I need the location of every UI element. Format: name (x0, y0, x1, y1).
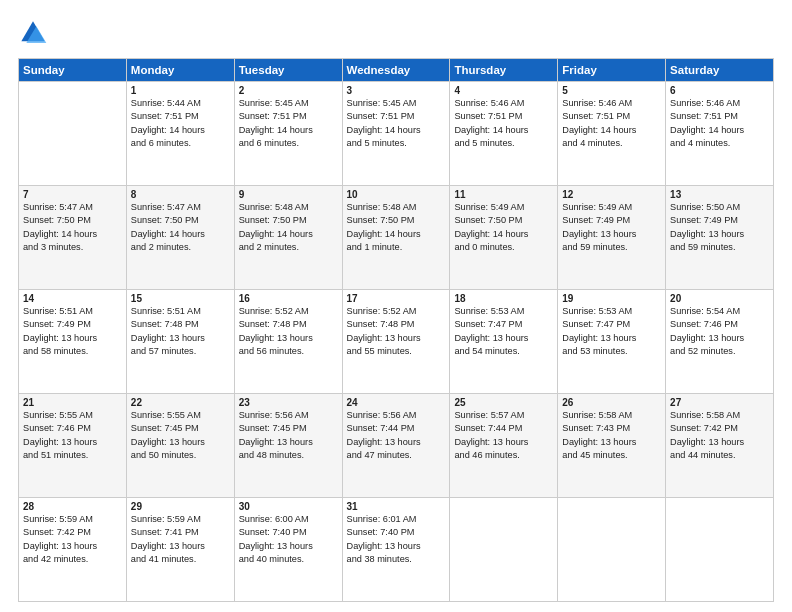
calendar-cell: 20Sunrise: 5:54 AMSunset: 7:46 PMDayligh… (666, 290, 774, 394)
day-number: 9 (239, 189, 338, 200)
calendar-cell: 5Sunrise: 5:46 AMSunset: 7:51 PMDaylight… (558, 82, 666, 186)
calendar-header-tuesday: Tuesday (234, 59, 342, 82)
day-info: Sunrise: 5:50 AMSunset: 7:49 PMDaylight:… (670, 201, 769, 254)
day-number: 27 (670, 397, 769, 408)
calendar-cell: 19Sunrise: 5:53 AMSunset: 7:47 PMDayligh… (558, 290, 666, 394)
calendar-header-sunday: Sunday (19, 59, 127, 82)
day-info: Sunrise: 5:58 AMSunset: 7:42 PMDaylight:… (670, 409, 769, 462)
calendar-header-friday: Friday (558, 59, 666, 82)
day-info: Sunrise: 5:58 AMSunset: 7:43 PMDaylight:… (562, 409, 661, 462)
calendar-week-row: 21Sunrise: 5:55 AMSunset: 7:46 PMDayligh… (19, 394, 774, 498)
day-number: 22 (131, 397, 230, 408)
logo-icon (18, 18, 48, 48)
day-number: 6 (670, 85, 769, 96)
day-number: 4 (454, 85, 553, 96)
calendar-header-thursday: Thursday (450, 59, 558, 82)
calendar-cell: 4Sunrise: 5:46 AMSunset: 7:51 PMDaylight… (450, 82, 558, 186)
calendar-week-row: 28Sunrise: 5:59 AMSunset: 7:42 PMDayligh… (19, 498, 774, 602)
calendar-cell: 18Sunrise: 5:53 AMSunset: 7:47 PMDayligh… (450, 290, 558, 394)
day-info: Sunrise: 5:55 AMSunset: 7:46 PMDaylight:… (23, 409, 122, 462)
calendar-cell: 29Sunrise: 5:59 AMSunset: 7:41 PMDayligh… (126, 498, 234, 602)
calendar-cell (558, 498, 666, 602)
day-number: 5 (562, 85, 661, 96)
day-info: Sunrise: 5:57 AMSunset: 7:44 PMDaylight:… (454, 409, 553, 462)
day-number: 15 (131, 293, 230, 304)
day-info: Sunrise: 5:56 AMSunset: 7:44 PMDaylight:… (347, 409, 446, 462)
day-number: 17 (347, 293, 446, 304)
calendar-week-row: 1Sunrise: 5:44 AMSunset: 7:51 PMDaylight… (19, 82, 774, 186)
calendar-cell: 21Sunrise: 5:55 AMSunset: 7:46 PMDayligh… (19, 394, 127, 498)
day-info: Sunrise: 5:54 AMSunset: 7:46 PMDaylight:… (670, 305, 769, 358)
calendar-cell: 10Sunrise: 5:48 AMSunset: 7:50 PMDayligh… (342, 186, 450, 290)
day-number: 18 (454, 293, 553, 304)
calendar-cell: 23Sunrise: 5:56 AMSunset: 7:45 PMDayligh… (234, 394, 342, 498)
day-info: Sunrise: 5:51 AMSunset: 7:49 PMDaylight:… (23, 305, 122, 358)
calendar-cell: 1Sunrise: 5:44 AMSunset: 7:51 PMDaylight… (126, 82, 234, 186)
day-info: Sunrise: 5:52 AMSunset: 7:48 PMDaylight:… (239, 305, 338, 358)
calendar-cell: 11Sunrise: 5:49 AMSunset: 7:50 PMDayligh… (450, 186, 558, 290)
calendar-cell: 17Sunrise: 5:52 AMSunset: 7:48 PMDayligh… (342, 290, 450, 394)
day-info: Sunrise: 5:59 AMSunset: 7:42 PMDaylight:… (23, 513, 122, 566)
day-number: 23 (239, 397, 338, 408)
day-info: Sunrise: 5:44 AMSunset: 7:51 PMDaylight:… (131, 97, 230, 150)
day-number: 30 (239, 501, 338, 512)
day-info: Sunrise: 5:45 AMSunset: 7:51 PMDaylight:… (347, 97, 446, 150)
calendar-cell: 7Sunrise: 5:47 AMSunset: 7:50 PMDaylight… (19, 186, 127, 290)
day-info: Sunrise: 5:46 AMSunset: 7:51 PMDaylight:… (562, 97, 661, 150)
calendar-cell (19, 82, 127, 186)
day-number: 14 (23, 293, 122, 304)
calendar-cell: 6Sunrise: 5:46 AMSunset: 7:51 PMDaylight… (666, 82, 774, 186)
day-info: Sunrise: 5:49 AMSunset: 7:49 PMDaylight:… (562, 201, 661, 254)
calendar-cell (666, 498, 774, 602)
calendar-header-saturday: Saturday (666, 59, 774, 82)
page: SundayMondayTuesdayWednesdayThursdayFrid… (0, 0, 792, 612)
day-info: Sunrise: 5:59 AMSunset: 7:41 PMDaylight:… (131, 513, 230, 566)
day-info: Sunrise: 5:53 AMSunset: 7:47 PMDaylight:… (454, 305, 553, 358)
calendar-cell: 25Sunrise: 5:57 AMSunset: 7:44 PMDayligh… (450, 394, 558, 498)
calendar-cell: 14Sunrise: 5:51 AMSunset: 7:49 PMDayligh… (19, 290, 127, 394)
calendar-header-row: SundayMondayTuesdayWednesdayThursdayFrid… (19, 59, 774, 82)
day-info: Sunrise: 5:56 AMSunset: 7:45 PMDaylight:… (239, 409, 338, 462)
day-info: Sunrise: 5:48 AMSunset: 7:50 PMDaylight:… (347, 201, 446, 254)
day-info: Sunrise: 5:46 AMSunset: 7:51 PMDaylight:… (670, 97, 769, 150)
day-info: Sunrise: 5:46 AMSunset: 7:51 PMDaylight:… (454, 97, 553, 150)
day-number: 19 (562, 293, 661, 304)
calendar-cell (450, 498, 558, 602)
day-number: 12 (562, 189, 661, 200)
calendar-cell: 2Sunrise: 5:45 AMSunset: 7:51 PMDaylight… (234, 82, 342, 186)
day-info: Sunrise: 5:47 AMSunset: 7:50 PMDaylight:… (23, 201, 122, 254)
day-info: Sunrise: 5:53 AMSunset: 7:47 PMDaylight:… (562, 305, 661, 358)
calendar-cell: 26Sunrise: 5:58 AMSunset: 7:43 PMDayligh… (558, 394, 666, 498)
day-number: 2 (239, 85, 338, 96)
calendar-cell: 15Sunrise: 5:51 AMSunset: 7:48 PMDayligh… (126, 290, 234, 394)
header (18, 18, 774, 48)
calendar-cell: 22Sunrise: 5:55 AMSunset: 7:45 PMDayligh… (126, 394, 234, 498)
calendar-table: SundayMondayTuesdayWednesdayThursdayFrid… (18, 58, 774, 602)
day-info: Sunrise: 5:47 AMSunset: 7:50 PMDaylight:… (131, 201, 230, 254)
calendar-cell: 24Sunrise: 5:56 AMSunset: 7:44 PMDayligh… (342, 394, 450, 498)
calendar-cell: 16Sunrise: 5:52 AMSunset: 7:48 PMDayligh… (234, 290, 342, 394)
calendar-cell: 3Sunrise: 5:45 AMSunset: 7:51 PMDaylight… (342, 82, 450, 186)
day-info: Sunrise: 6:01 AMSunset: 7:40 PMDaylight:… (347, 513, 446, 566)
day-number: 7 (23, 189, 122, 200)
day-info: Sunrise: 5:49 AMSunset: 7:50 PMDaylight:… (454, 201, 553, 254)
day-number: 11 (454, 189, 553, 200)
day-number: 3 (347, 85, 446, 96)
day-number: 31 (347, 501, 446, 512)
calendar-cell: 31Sunrise: 6:01 AMSunset: 7:40 PMDayligh… (342, 498, 450, 602)
day-number: 13 (670, 189, 769, 200)
calendar-week-row: 7Sunrise: 5:47 AMSunset: 7:50 PMDaylight… (19, 186, 774, 290)
day-info: Sunrise: 5:52 AMSunset: 7:48 PMDaylight:… (347, 305, 446, 358)
day-number: 1 (131, 85, 230, 96)
calendar-header-monday: Monday (126, 59, 234, 82)
calendar-cell: 8Sunrise: 5:47 AMSunset: 7:50 PMDaylight… (126, 186, 234, 290)
calendar-header-wednesday: Wednesday (342, 59, 450, 82)
calendar-cell: 30Sunrise: 6:00 AMSunset: 7:40 PMDayligh… (234, 498, 342, 602)
calendar-cell: 13Sunrise: 5:50 AMSunset: 7:49 PMDayligh… (666, 186, 774, 290)
day-number: 25 (454, 397, 553, 408)
day-number: 24 (347, 397, 446, 408)
day-info: Sunrise: 5:48 AMSunset: 7:50 PMDaylight:… (239, 201, 338, 254)
day-info: Sunrise: 5:45 AMSunset: 7:51 PMDaylight:… (239, 97, 338, 150)
calendar-cell: 28Sunrise: 5:59 AMSunset: 7:42 PMDayligh… (19, 498, 127, 602)
day-number: 21 (23, 397, 122, 408)
